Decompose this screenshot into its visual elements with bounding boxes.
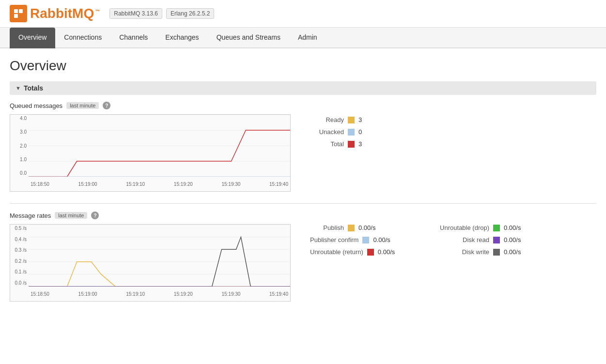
- unroutable-drop-color: [493, 225, 500, 231]
- publisher-confirm-color: [362, 237, 369, 243]
- message-rates-legend: Publish 0.00/s Publisher confirm 0.00/s …: [310, 224, 543, 256]
- logo-text: RabbitMQ™: [30, 6, 100, 21]
- logo-icon: [10, 5, 27, 22]
- publish-color: [348, 225, 355, 231]
- section-arrow: ▼: [16, 85, 21, 91]
- legend-publisher-confirm: Publisher confirm 0.00/s: [310, 236, 417, 243]
- unroutable-drop-value: 0.00/s: [504, 224, 521, 231]
- nav-item-connections[interactable]: Connections: [55, 28, 110, 48]
- message-rates-svg: [29, 225, 290, 287]
- disk-write-color: [493, 249, 500, 256]
- message-rates-label: Message rates last minute ?: [10, 212, 596, 219]
- unroutable-return-color: [367, 249, 374, 256]
- queued-messages-time-badge: last minute: [66, 102, 99, 109]
- message-rates-chart-wrapper: 0.5 /s 0.4 /s 0.3 /s 0.2 /s 0.1 /s 0.0 /…: [10, 224, 291, 302]
- version-badge: RabbitMQ 3.13.6: [109, 8, 162, 19]
- queued-x-labels: 15:18:50 15:19:00 15:19:10 15:19:20 15:1…: [29, 177, 290, 191]
- queued-messages-chart: 4.0 3.0 2.0 1.0 0.0: [10, 114, 291, 192]
- message-rates-chart-row: 0.5 /s 0.4 /s 0.3 /s 0.2 /s 0.1 /s 0.0 /…: [10, 224, 596, 302]
- publisher-confirm-value: 0.00/s: [373, 236, 390, 243]
- nav-item-channels[interactable]: Channels: [110, 28, 156, 48]
- disk-read-color: [493, 237, 500, 243]
- message-rates-chart: 0.5 /s 0.4 /s 0.3 /s 0.2 /s 0.1 /s 0.0 /…: [10, 224, 291, 302]
- queued-messages-subsection: Queued messages last minute ? 4.0 3.0 2.…: [10, 102, 596, 192]
- disk-write-value: 0.00/s: [504, 248, 521, 256]
- total-value: 3: [358, 140, 362, 148]
- message-rates-subsection: Message rates last minute ? 0.5 /s 0.4 /…: [10, 212, 596, 302]
- queued-messages-chart-wrapper: 4.0 3.0 2.0 1.0 0.0: [10, 114, 291, 192]
- svg-rect-2: [14, 14, 18, 18]
- total-color: [348, 141, 355, 148]
- legend-disk-read: Disk read 0.00/s: [436, 236, 543, 243]
- legend-unacked: Unacked 0: [310, 128, 417, 136]
- svg-rect-1: [19, 9, 23, 13]
- unacked-value: 0: [358, 128, 362, 136]
- queued-messages-chart-row: 4.0 3.0 2.0 1.0 0.0: [10, 114, 596, 192]
- nav-item-queues[interactable]: Queues and Streams: [208, 28, 289, 48]
- erlang-badge: Erlang 26.2.5.2: [166, 8, 214, 19]
- rates-y-labels: 0.5 /s 0.4 /s 0.3 /s 0.2 /s 0.1 /s 0.0 /…: [10, 225, 29, 287]
- nav: Overview Connections Channels Exchanges …: [0, 28, 606, 48]
- svg-rect-0: [14, 9, 18, 13]
- totals-section-title: Totals: [24, 84, 43, 92]
- rates-x-labels: 15:18:50 15:19:00 15:19:10 15:19:20 15:1…: [29, 287, 290, 301]
- divider: [10, 203, 596, 204]
- legend-ready: Ready 3: [310, 116, 417, 123]
- legend-col-right: Unroutable (drop) 0.00/s Disk read 0.00/…: [436, 224, 543, 256]
- page-title: Overview: [10, 58, 596, 74]
- queued-messages-legend: Ready 3 Unacked 0 Total 3: [310, 114, 417, 148]
- legend-disk-write: Disk write 0.00/s: [436, 248, 543, 256]
- ready-color: [348, 117, 355, 123]
- header: RabbitMQ™ RabbitMQ 3.13.6 Erlang 26.2.5.…: [0, 0, 606, 28]
- totals-section: ▼ Totals Queued messages last minute ? 4…: [10, 81, 596, 302]
- legend-total: Total 3: [310, 140, 417, 148]
- ready-value: 3: [358, 116, 362, 123]
- queued-messages-help[interactable]: ?: [103, 102, 110, 109]
- unroutable-return-value: 0.00/s: [378, 248, 395, 256]
- queued-messages-svg: [29, 115, 290, 177]
- legend-publish: Publish 0.00/s: [310, 224, 417, 231]
- queued-y-labels: 4.0 3.0 2.0 1.0 0.0: [10, 115, 29, 177]
- nav-item-exchanges[interactable]: Exchanges: [156, 28, 207, 48]
- totals-section-header[interactable]: ▼ Totals: [10, 81, 596, 95]
- message-rates-help[interactable]: ?: [91, 212, 99, 219]
- nav-item-admin[interactable]: Admin: [289, 28, 326, 48]
- page-content: Overview ▼ Totals Queued messages last m…: [0, 48, 606, 323]
- legend-unroutable-return: Unroutable (return) 0.00/s: [310, 248, 417, 256]
- queued-messages-label: Queued messages last minute ?: [10, 102, 596, 109]
- disk-read-value: 0.00/s: [504, 236, 521, 243]
- message-rates-time-badge: last minute: [55, 212, 87, 219]
- publish-value: 0.00/s: [358, 224, 375, 231]
- nav-item-overview[interactable]: Overview: [10, 28, 55, 48]
- logo: RabbitMQ™: [10, 5, 100, 22]
- legend-col-left: Publish 0.00/s Publisher confirm 0.00/s …: [310, 224, 417, 256]
- legend-unroutable-drop: Unroutable (drop) 0.00/s: [436, 224, 543, 231]
- unacked-color: [348, 129, 355, 136]
